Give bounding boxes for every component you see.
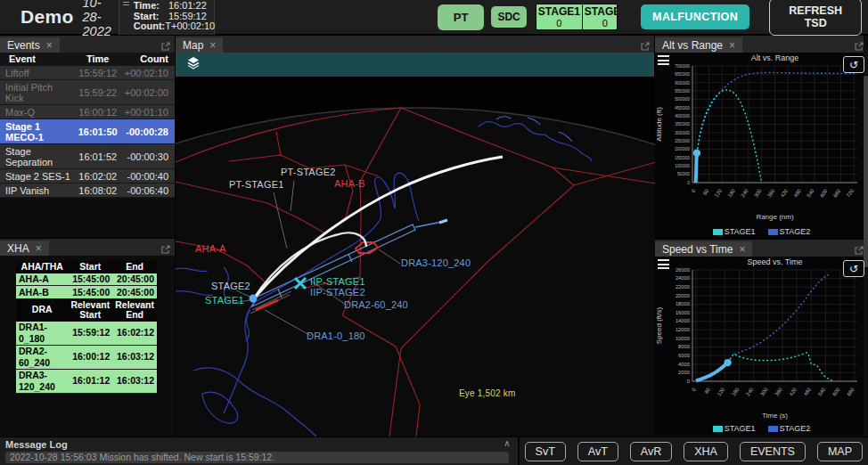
- layers-icon[interactable]: [186, 56, 201, 73]
- svg-text:16000: 16000: [676, 310, 690, 315]
- mission-date: 10-28-2022: [83, 0, 111, 38]
- svg-text:180: 180: [731, 387, 740, 396]
- close-icon[interactable]: ×: [729, 41, 735, 50]
- legend-label: STAGE1: [725, 227, 756, 236]
- stage1-value: 0: [538, 18, 580, 29]
- table-row[interactable]: Liftoff15:59:12+00:02:10: [0, 66, 175, 80]
- top-bar: Demo 10-28-2022 Time:16:01:22 Start:15:5…: [0, 0, 868, 36]
- svg-text:660: 660: [846, 387, 855, 396]
- legend-item-stage2[interactable]: STAGE2: [768, 227, 811, 236]
- svg-text:4000: 4000: [678, 362, 690, 367]
- xha-panel: XHA × AHA/THA Start End AHA-A15:45:0020:…: [0, 239, 175, 436]
- table-row[interactable]: DRA1-0_18015:59:1216:02:12: [16, 322, 157, 346]
- dra-col-start: Relevant Start: [68, 298, 112, 322]
- tab-speed-vs-time[interactable]: Speed vs Time ×: [655, 241, 752, 257]
- svg-text:Altitude (ft): Altitude (ft): [655, 107, 663, 142]
- table-row[interactable]: Max-Q16:00:12+00:01:10: [0, 105, 175, 119]
- svg-text:6000: 6000: [678, 353, 690, 358]
- svg-text:Time (s): Time (s): [762, 412, 788, 420]
- tab-label: Speed vs Time: [662, 243, 733, 256]
- svg-text:0: 0: [687, 180, 690, 185]
- vehicle-position-dot: [250, 295, 258, 303]
- history-icon[interactable]: ↺: [843, 260, 864, 277]
- table-row[interactable]: DRA2-60_24016:00:1216:03:12: [16, 345, 157, 369]
- avr-button[interactable]: AvR: [630, 442, 672, 461]
- stage2-status-button[interactable]: STAGE2 0: [582, 4, 618, 29]
- svg-text:24000: 24000: [676, 275, 690, 281]
- svg-text:12000: 12000: [676, 327, 690, 332]
- svg-text:Speed vs. Time: Speed vs. Time: [747, 257, 802, 266]
- popout-icon[interactable]: [161, 241, 170, 257]
- refresh-tsd-button[interactable]: REFRESH TSD: [769, 0, 862, 36]
- svg-text:Range (nm): Range (nm): [756, 213, 794, 221]
- avt-button[interactable]: AvT: [577, 442, 618, 461]
- time-value: 16:01:22: [162, 1, 207, 12]
- scrollbar-thumb[interactable]: [864, 76, 868, 267]
- svg-text:700000: 700000: [675, 63, 690, 69]
- aha-tha-table: AHA/THA Start End AHA-A15:45:0020:45:00A…: [16, 261, 157, 394]
- svg-text:650000: 650000: [675, 71, 690, 77]
- sdc-button[interactable]: SDC: [491, 6, 526, 28]
- legend-item-stage1[interactable]: STAGE1: [713, 424, 756, 433]
- stage2-label: STAGE2: [585, 6, 618, 18]
- table-row[interactable]: Stage Separation16:01:52-00:00:30: [0, 144, 175, 169]
- close-icon[interactable]: ×: [209, 41, 216, 50]
- speed-vs-time-panel: Speed vs Time × ↺ 0200040006000800010000…: [655, 240, 868, 435]
- svg-text:480: 480: [803, 387, 812, 396]
- tab-alt-vs-range[interactable]: Alt vs Range ×: [655, 37, 742, 53]
- xha-tab-bar: XHA ×: [0, 239, 175, 256]
- scrollbar-track: [864, 36, 868, 436]
- close-icon[interactable]: ×: [46, 41, 53, 50]
- alt-tab-bar: Alt vs Range ×: [655, 36, 868, 53]
- collapse-chevron-icon[interactable]: ∧: [504, 438, 510, 448]
- view-buttons: SvT AvT AvR XHA EVENTS MAP: [520, 437, 868, 465]
- legend-item-stage1[interactable]: STAGE1: [713, 227, 756, 236]
- stage2-value: 0: [585, 18, 618, 29]
- legend-label: STAGE2: [780, 424, 811, 433]
- events-col-event: Event: [0, 53, 75, 66]
- table-row[interactable]: Stage 1 MECO-116:01:50-00:00:28: [0, 119, 175, 144]
- count-value: T+00:02:10: [165, 21, 215, 32]
- table-row[interactable]: Initial Pitch Kick15:59:22+00:02:00: [0, 80, 175, 105]
- history-icon[interactable]: ↺: [843, 56, 864, 73]
- mission-clock: Time:16:01:22 Start:15:59:12 Count:T+00:…: [119, 0, 215, 35]
- table-row[interactable]: Stage 2 SES-116:02:02-00:00:40: [0, 169, 175, 184]
- aha-col-start: Start: [68, 261, 112, 273]
- svg-text:18000: 18000: [676, 301, 690, 306]
- popout-icon[interactable]: [161, 38, 170, 54]
- svg-text:0: 0: [691, 188, 697, 193]
- chart-menu-icon[interactable]: [658, 259, 669, 272]
- svg-text:0: 0: [691, 387, 697, 392]
- malfunction-button[interactable]: MALFUNCTION: [641, 4, 749, 29]
- map-canvas[interactable]: PT-STAGE1PT-STAGE2AHA-BAHA-ADRA3-120_240…: [176, 77, 656, 436]
- tab-map[interactable]: Map ×: [176, 37, 223, 53]
- svg-text:660: 660: [832, 188, 841, 198]
- speed-tab-bar: Speed vs Time ×: [655, 240, 868, 257]
- xha-button[interactable]: XHA: [684, 442, 728, 461]
- popout-icon[interactable]: [641, 38, 650, 54]
- pt-button[interactable]: PT: [438, 4, 485, 30]
- svg-text:540: 540: [817, 387, 826, 396]
- table-row[interactable]: IIP Vanish16:08:02-00:06:40: [0, 184, 175, 198]
- table-row[interactable]: AHA-B15:45:0020:45:00: [16, 286, 157, 299]
- earth-horizon: [176, 108, 656, 436]
- svg-text:420: 420: [780, 188, 789, 198]
- close-icon[interactable]: ×: [739, 245, 745, 254]
- tab-events[interactable]: Events ×: [0, 37, 60, 53]
- table-row[interactable]: AHA-A15:45:0020:45:00: [16, 273, 157, 286]
- svg-text:100000: 100000: [675, 163, 690, 168]
- map-button[interactable]: MAP: [817, 442, 863, 461]
- table-row[interactable]: DRA3-120_24016:01:1216:03:12: [16, 369, 157, 393]
- tab-xha[interactable]: XHA ×: [0, 241, 49, 256]
- svg-text:10000: 10000: [676, 336, 690, 341]
- chart-menu-icon[interactable]: [658, 55, 669, 68]
- stage1-status-button[interactable]: STAGE1 0: [536, 4, 582, 29]
- svg-text:600: 600: [819, 188, 828, 198]
- close-icon[interactable]: ×: [36, 244, 42, 253]
- legend-swatch: [768, 426, 778, 432]
- legend-item-stage2[interactable]: STAGE2: [768, 424, 811, 433]
- svt-button[interactable]: SvT: [525, 442, 566, 461]
- events-button[interactable]: EVENTS: [740, 442, 806, 461]
- clock-menu-icon[interactable]: [123, 2, 129, 7]
- tab-label: XHA: [7, 242, 29, 255]
